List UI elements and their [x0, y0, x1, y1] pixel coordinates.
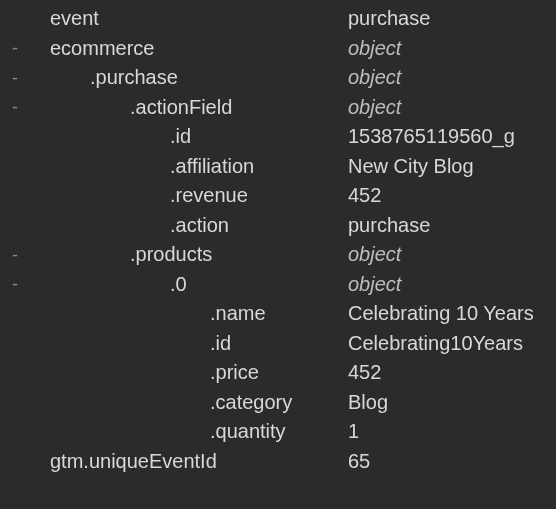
tree-value: purchase — [348, 7, 430, 30]
tree-value: New City Blog — [348, 155, 474, 178]
tree-row: .revenue452 — [0, 181, 556, 211]
tree-key[interactable]: event — [30, 7, 99, 30]
tree-row: .price452 — [0, 358, 556, 388]
tree-key[interactable]: .revenue — [30, 184, 248, 207]
tree-value: purchase — [348, 214, 430, 237]
tree-row: gtm.uniqueEventId65 — [0, 447, 556, 477]
tree-row: -.productsobject — [0, 240, 556, 270]
tree-value: 1 — [348, 420, 359, 443]
tree-row: -.0object — [0, 270, 556, 300]
tree-row: .quantity1 — [0, 417, 556, 447]
tree-key[interactable]: .id — [30, 125, 191, 148]
collapse-toggle[interactable]: - — [0, 69, 30, 87]
tree-key[interactable]: .quantity — [30, 420, 286, 443]
tree-row: .categoryBlog — [0, 388, 556, 418]
tree-key[interactable]: .id — [30, 332, 231, 355]
data-layer-tree: eventpurchase-ecommerceobject-.purchaseo… — [0, 0, 556, 509]
tree-value: object — [348, 37, 401, 60]
tree-value: 452 — [348, 361, 381, 384]
tree-key[interactable]: .price — [30, 361, 259, 384]
tree-value: object — [348, 273, 401, 296]
tree-value: object — [348, 66, 401, 89]
tree-value: 452 — [348, 184, 381, 207]
tree-row: -ecommerceobject — [0, 34, 556, 64]
tree-row: -.purchaseobject — [0, 63, 556, 93]
tree-row: .id1538765119560_g — [0, 122, 556, 152]
tree-row: .actionpurchase — [0, 211, 556, 241]
tree-value: 1538765119560_g — [348, 125, 515, 148]
collapse-toggle[interactable]: - — [0, 275, 30, 293]
tree-key[interactable]: .category — [30, 391, 292, 414]
tree-key[interactable]: .action — [30, 214, 229, 237]
tree-value: Celebrating10Years — [348, 332, 523, 355]
tree-row: eventpurchase — [0, 4, 556, 34]
tree-key[interactable]: .actionField — [30, 96, 232, 119]
tree-value: 65 — [348, 450, 370, 473]
tree-key[interactable]: .0 — [30, 273, 187, 296]
collapse-toggle[interactable]: - — [0, 39, 30, 57]
tree-key[interactable]: .products — [30, 243, 212, 266]
tree-value: object — [348, 96, 401, 119]
tree-row: .affiliationNew City Blog — [0, 152, 556, 182]
tree-key[interactable]: gtm.uniqueEventId — [30, 450, 217, 473]
tree-row: .idCelebrating10Years — [0, 329, 556, 359]
tree-value: Blog — [348, 391, 388, 414]
tree-key[interactable]: ecommerce — [30, 37, 154, 60]
tree-key[interactable]: .name — [30, 302, 266, 325]
tree-value: object — [348, 243, 401, 266]
tree-row: .nameCelebrating 10 Years — [0, 299, 556, 329]
collapse-toggle[interactable]: - — [0, 98, 30, 116]
tree-row: -.actionFieldobject — [0, 93, 556, 123]
tree-key[interactable]: .affiliation — [30, 155, 254, 178]
collapse-toggle[interactable]: - — [0, 246, 30, 264]
tree-key[interactable]: .purchase — [30, 66, 178, 89]
tree-value: Celebrating 10 Years — [348, 302, 534, 325]
